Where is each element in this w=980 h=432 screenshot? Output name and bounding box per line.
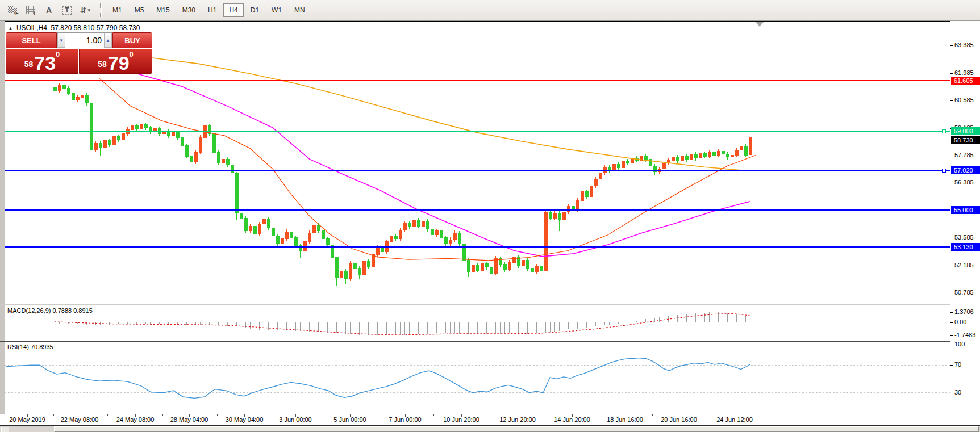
time-tick-minor xyxy=(545,414,545,416)
price-axis[interactable]: 63.38561.98560.58559.18557.78556.38553.5… xyxy=(950,21,980,414)
timeframe-h4[interactable]: H4 xyxy=(223,3,243,17)
buy-price-tile[interactable]: 58 79 0 xyxy=(79,49,152,74)
axis-tick xyxy=(950,100,953,101)
time-label: 24 Jun 12:00 xyxy=(716,416,753,423)
axis-tick xyxy=(950,312,953,313)
buy-price-pips: 79 xyxy=(108,54,130,72)
price-badge-55.000: 55.000 xyxy=(951,206,980,214)
symbol-period: USOil-,H4 xyxy=(16,24,47,32)
time-label: 30 May 04:00 xyxy=(226,416,264,423)
macd-pane[interactable] xyxy=(5,305,950,341)
time-label: 3 Jun 00:00 xyxy=(279,416,312,423)
time-label: 7 Jun 00:00 xyxy=(389,416,422,423)
timeframe-m15[interactable]: M15 xyxy=(151,3,175,17)
time-label: 10 Jun 20:00 xyxy=(443,416,479,423)
axis-tick xyxy=(950,335,953,336)
text-box-icon[interactable]: T xyxy=(59,3,76,18)
timeframe-mn[interactable]: MN xyxy=(289,3,311,17)
time-label: 28 May 04:00 xyxy=(170,416,208,423)
time-label: 5 Jun 00:00 xyxy=(333,416,366,423)
time-tick-minor xyxy=(323,414,323,416)
time-label: 18 Jun 16:00 xyxy=(607,416,643,423)
time-tick-minor xyxy=(433,414,434,416)
ma-fast-line xyxy=(99,78,756,260)
text-label-icon[interactable]: A xyxy=(40,3,57,18)
macd-tick-label: -1.7483 xyxy=(954,332,975,338)
rsi-pane[interactable] xyxy=(5,342,950,414)
volume-input[interactable] xyxy=(65,33,104,48)
price-tick-label: 57.785 xyxy=(954,152,974,158)
hline-handle xyxy=(942,130,945,133)
chart-title: ▲USOil-,H4 57.820 58.810 57.790 58.730 xyxy=(8,24,140,32)
time-tick-minor xyxy=(107,414,108,416)
time-tick-minor xyxy=(162,414,163,416)
price-tick-label: 63.385 xyxy=(954,41,974,48)
axis-tick xyxy=(950,322,953,323)
axis-tick xyxy=(950,156,953,156)
axis-tick xyxy=(950,266,953,266)
price-tick-label: 56.385 xyxy=(954,179,974,186)
timeframe-w1[interactable]: W1 xyxy=(266,3,287,17)
buy-button[interactable]: BUY xyxy=(112,32,152,48)
price-tick-label: 61.985 xyxy=(954,69,974,76)
axis-tick xyxy=(950,45,953,46)
line-tools-group: EFAT⇵▾ xyxy=(3,3,94,18)
ma-slow-line xyxy=(152,58,750,171)
time-tick-minor xyxy=(378,414,378,416)
timeframe-h1[interactable]: H1 xyxy=(202,3,222,17)
hline-handle xyxy=(942,169,945,172)
buy-price-int: 58 xyxy=(98,57,107,72)
time-axis[interactable]: 20 May 201922 May 08:0024 May 08:0028 Ma… xyxy=(0,414,980,425)
macd-histogram xyxy=(55,312,750,335)
price-tick-label: 50.785 xyxy=(954,289,974,296)
scrollbar-thumb[interactable] xyxy=(54,426,979,432)
rsi-label: RSI(14) 70.8935 xyxy=(7,343,53,350)
axis-tick xyxy=(950,183,953,183)
timeframe-m5[interactable]: M5 xyxy=(129,3,150,17)
sell-price-tile[interactable]: 58 73 0 xyxy=(6,49,78,74)
volume-stepper: ▼ ▲ xyxy=(57,32,112,48)
axis-tick xyxy=(950,73,953,74)
horizontal-scrollbar[interactable] xyxy=(0,425,980,432)
collapse-icon[interactable]: ▲ xyxy=(8,26,13,31)
sell-price-pipette: 0 xyxy=(56,52,60,57)
time-tick-minor xyxy=(707,414,707,416)
time-label: 20 Jun 16:00 xyxy=(661,416,697,423)
price-badge-57.020: 57.020 xyxy=(951,166,980,174)
price-badge-59.000: 59.000 xyxy=(951,127,980,135)
price-tick-label: 53.585 xyxy=(954,234,974,241)
price-badge-61.605: 61.605 xyxy=(951,77,980,85)
buy-price-pipette: 0 xyxy=(130,52,134,57)
axis-tick xyxy=(950,365,953,366)
sell-button[interactable]: SELL xyxy=(6,32,57,48)
price-badge-53.130: 53.130 xyxy=(951,243,980,251)
scrollbar-grip[interactable] xyxy=(1,427,9,432)
time-label: 22 May 08:00 xyxy=(61,416,99,423)
price-tick-label: 60.585 xyxy=(954,97,974,103)
volume-down-icon[interactable]: ▼ xyxy=(57,33,65,48)
timeframe-d1[interactable]: D1 xyxy=(245,3,265,17)
axis-tick xyxy=(950,345,953,345)
rsi-tick-label: 70 xyxy=(954,361,961,368)
time-label: 20 May 2019 xyxy=(9,416,45,423)
time-label: 24 May 08:00 xyxy=(116,416,155,423)
time-tick-minor xyxy=(270,414,270,416)
timeframe-group: M1M5M15M30H1H4D1W1MN xyxy=(106,3,311,17)
time-tick-minor xyxy=(217,414,218,416)
volume-up-icon[interactable]: ▲ xyxy=(104,33,112,48)
grid-fibo-icon[interactable]: F xyxy=(22,3,39,18)
axis-tick xyxy=(950,393,953,393)
mt4-window: EFAT⇵▾ M1M5M15M30H1H4D1W1MN ▲USOil-,H4 5… xyxy=(0,0,980,432)
axis-tick xyxy=(950,293,953,293)
hatch-expert-icon[interactable]: E xyxy=(4,3,21,18)
chart-shift-marker-icon[interactable] xyxy=(756,22,764,27)
toolbar: EFAT⇵▾ M1M5M15M30H1H4D1W1MN xyxy=(0,0,980,21)
rsi-tick-label: 30 xyxy=(954,389,961,396)
time-label: 12 Jun 20:00 xyxy=(499,416,536,423)
arrows-tool-icon[interactable]: ⇵▾ xyxy=(77,3,94,18)
time-tick-minor xyxy=(53,414,54,416)
ohlc-readout: 57.820 58.810 57.790 58.730 xyxy=(51,24,140,32)
time-label: 14 Jun 20:00 xyxy=(554,416,590,423)
timeframe-m30[interactable]: M30 xyxy=(177,3,201,17)
timeframe-m1[interactable]: M1 xyxy=(107,3,128,17)
